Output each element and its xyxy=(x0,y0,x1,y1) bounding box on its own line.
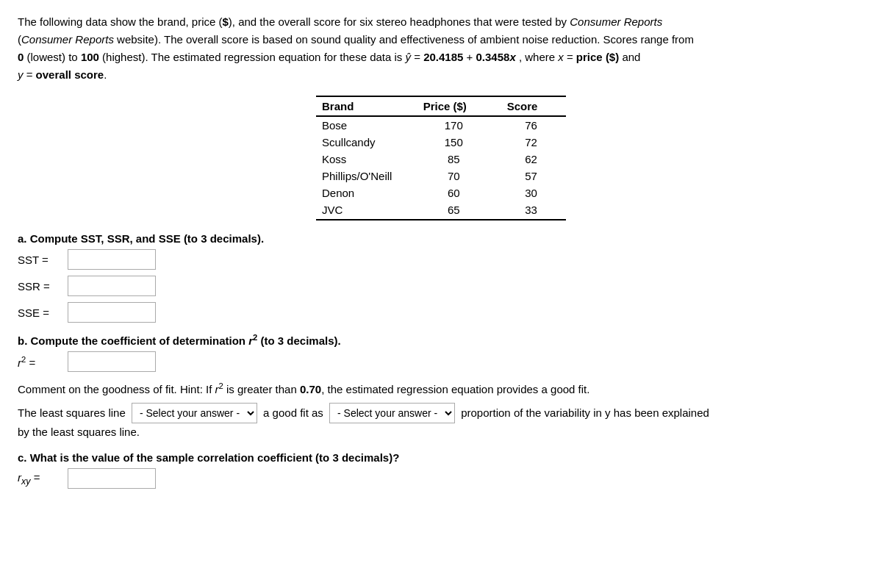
cell-price: 65 xyxy=(412,201,496,220)
part-b-label: b. Compute the coefficient of determinat… xyxy=(18,333,864,347)
rxy-label: rxy = xyxy=(18,471,62,487)
col-price: Price ($) xyxy=(412,96,496,116)
sse-label: SSE = xyxy=(18,306,62,319)
table-row: Koss8562 xyxy=(316,151,566,168)
rxy-row: rxy = xyxy=(18,468,864,489)
rxy-input[interactable] xyxy=(68,468,156,489)
comment-text: Comment on the goodness of fit. Hint: If… xyxy=(18,379,864,398)
col-brand: Brand xyxy=(316,96,412,116)
table-row: Bose17076 xyxy=(316,116,566,134)
sst-label: SST = xyxy=(18,254,62,266)
select-sentence: The least squares line - Select your ans… xyxy=(18,403,864,441)
part-a-label: a. Compute SST, SSR, and SSE (to 3 decim… xyxy=(18,232,864,245)
ssr-row: SSR = xyxy=(18,276,864,296)
ssr-label: SSR = xyxy=(18,280,62,293)
r2-label: r2 = xyxy=(18,355,62,369)
cell-price: 60 xyxy=(412,184,496,201)
table-row: JVC6533 xyxy=(316,201,566,220)
cell-score: 72 xyxy=(496,134,566,151)
sse-row: SSE = xyxy=(18,302,864,323)
select1-container[interactable]: - Select your answer -isis not xyxy=(132,403,257,423)
select2-dropdown[interactable]: - Select your answer -a largea small xyxy=(329,403,455,423)
cell-brand: Bose xyxy=(316,116,412,134)
cell-brand: Koss xyxy=(316,151,412,168)
sentence-middle: a good fit as xyxy=(263,406,323,419)
cell-brand: Denon xyxy=(316,184,412,201)
cell-score: 33 xyxy=(496,201,566,220)
intro-paragraph: The following data show the brand, price… xyxy=(18,13,864,84)
cell-score: 57 xyxy=(496,168,566,184)
cell-score: 62 xyxy=(496,151,566,168)
table-row: Scullcandy15072 xyxy=(316,134,566,151)
cell-brand: Scullcandy xyxy=(316,134,412,151)
sst-input[interactable] xyxy=(68,249,156,270)
cell-brand: Phillips/O'Neill xyxy=(316,168,412,184)
cell-price: 150 xyxy=(412,134,496,151)
cell-price: 70 xyxy=(412,168,496,184)
sentence-end2: by the least squares line. xyxy=(18,426,140,438)
cell-score: 30 xyxy=(496,184,566,201)
sentence-start: The least squares line xyxy=(18,406,126,419)
sst-row: SST = xyxy=(18,249,864,270)
select2-container[interactable]: - Select your answer -a largea small xyxy=(329,403,455,423)
cell-price: 170 xyxy=(412,116,496,134)
r2-row: r2 = xyxy=(18,351,864,372)
sse-input[interactable] xyxy=(68,302,156,323)
ssr-input[interactable] xyxy=(68,276,156,296)
sentence-end: proportion of the variability in y has b… xyxy=(461,406,709,419)
cell-price: 85 xyxy=(412,151,496,168)
col-score: Score xyxy=(496,96,566,116)
cell-score: 76 xyxy=(496,116,566,134)
part-c-label: c. What is the value of the sample corre… xyxy=(18,451,864,464)
table-row: Denon6030 xyxy=(316,184,566,201)
cell-brand: JVC xyxy=(316,201,412,220)
data-table: Brand Price ($) Score Bose17076Scullcand… xyxy=(316,96,566,220)
r2-input[interactable] xyxy=(68,351,156,372)
select1-dropdown[interactable]: - Select your answer -isis not xyxy=(132,403,257,423)
table-row: Phillips/O'Neill7057 xyxy=(316,168,566,184)
